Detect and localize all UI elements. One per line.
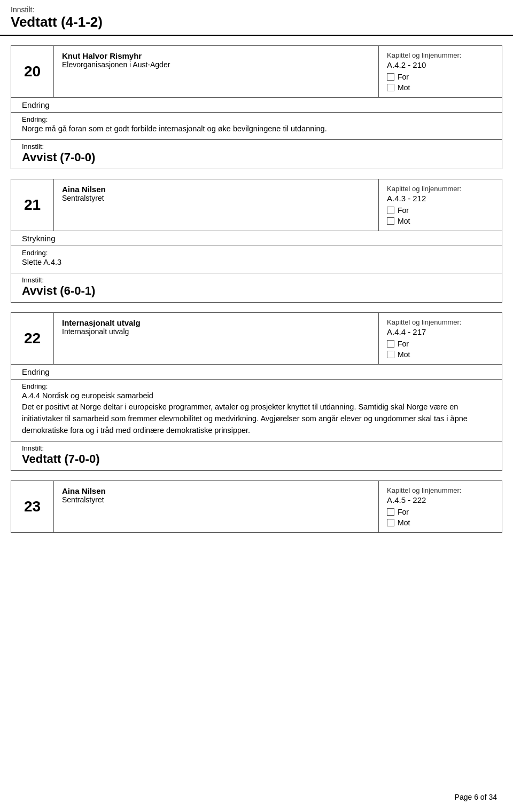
card-21-kapittel-label: Kapittel og linjenummer: xyxy=(387,185,494,193)
card-22-person: Internasjonalt utvalg Internasjonalt utv… xyxy=(54,313,379,364)
card-20-kapittel: Kapittel og linjenummer: A.4.2 - 210 For… xyxy=(379,46,502,97)
card-20-for-mot: For Mot xyxy=(387,73,494,92)
card-22-type-row: Endring xyxy=(11,365,502,380)
card-20-mot: Mot xyxy=(387,83,494,92)
card-21: 21 Aina Nilsen Sentralstyret Kapittel og… xyxy=(11,179,502,303)
card-22-type-label: Endring xyxy=(22,367,50,376)
card-23-mot-label: Mot xyxy=(398,518,410,527)
card-22-mot-label: Mot xyxy=(398,350,410,359)
card-21-for-label: For xyxy=(398,206,409,215)
card-23-number: 23 xyxy=(11,481,54,532)
card-20-innstilt-row: Innstilt: Avvist (7-0-0) xyxy=(11,140,502,169)
card-20-person-org: Elevorganisasjonen i Aust-Agder xyxy=(62,60,370,69)
card-21-for-mot: For Mot xyxy=(387,206,494,225)
page-footer: Page 6 of 34 xyxy=(455,793,497,801)
card-22-kapittel-value: A.4.4 - 217 xyxy=(387,327,494,336)
card-22-endring-row: Endring: A.4.4 Nordisk og europeisk sama… xyxy=(11,380,502,442)
card-23-mot-checkbox xyxy=(387,519,394,526)
card-21-type-row: Strykning xyxy=(11,231,502,246)
card-21-number: 21 xyxy=(11,179,54,231)
card-20-person: Knut Halvor Rismyhr Elevorganisasjonen i… xyxy=(54,46,379,97)
card-20-type-label: Endring xyxy=(22,100,50,109)
card-23-header: 23 Aina Nilsen Sentralstyret Kapittel og… xyxy=(11,481,502,532)
card-21-header: 21 Aina Nilsen Sentralstyret Kapittel og… xyxy=(11,179,502,231)
card-20-number: 20 xyxy=(11,46,54,97)
card-22-for-label: For xyxy=(398,340,409,348)
card-21-endring-text: Slette A.4.3 xyxy=(22,257,491,269)
card-21-kapittel-value: A.4.3 - 212 xyxy=(387,194,494,203)
card-20-kapittel-value: A.4.2 - 210 xyxy=(387,60,494,69)
card-23-mot: Mot xyxy=(387,518,494,527)
page: Innstilt: Vedtatt (4-1-2) 20 Knut Halvor… xyxy=(0,0,513,812)
card-22-for-checkbox xyxy=(387,340,394,348)
card-21-for-checkbox xyxy=(387,207,394,214)
card-21-type-label: Strykning xyxy=(22,234,56,243)
card-22-kapittel: Kapittel og linjenummer: A.4.4 - 217 For… xyxy=(379,313,502,364)
card-23-kapittel-label: Kapittel og linjenummer: xyxy=(387,486,494,494)
card-21-mot-checkbox xyxy=(387,217,394,225)
card-23-kapittel-value: A.4.5 - 222 xyxy=(387,495,494,504)
card-22: 22 Internasjonalt utvalg Internasjonalt … xyxy=(11,312,502,471)
card-20-header: 20 Knut Halvor Rismyhr Elevorganisasjone… xyxy=(11,46,502,98)
card-21-person: Aina Nilsen Sentralstyret xyxy=(54,179,379,231)
card-21-innstilt-row: Innstilt: Avvist (6-0-1) xyxy=(11,273,502,302)
card-23-for-label: For xyxy=(398,508,409,516)
card-22-person-name: Internasjonalt utvalg xyxy=(62,318,370,327)
card-22-kapittel-label: Kapittel og linjenummer: xyxy=(387,318,494,326)
card-21-mot: Mot xyxy=(387,217,494,225)
card-22-header: 22 Internasjonalt utvalg Internasjonalt … xyxy=(11,313,502,365)
card-23-person-org: Sentralstyret xyxy=(62,495,370,504)
card-21-innstilt-value: Avvist (6-0-1) xyxy=(22,284,491,298)
card-23: 23 Aina Nilsen Sentralstyret Kapittel og… xyxy=(11,480,502,533)
card-22-for-mot: For Mot xyxy=(387,340,494,359)
card-22-innstilt-row: Innstilt: Vedtatt (7-0-0) xyxy=(11,442,502,470)
card-21-for: For xyxy=(387,206,494,215)
card-20: 20 Knut Halvor Rismyhr Elevorganisasjone… xyxy=(11,45,502,169)
card-20-person-name: Knut Halvor Rismyhr xyxy=(62,51,370,60)
card-20-mot-label: Mot xyxy=(398,83,410,92)
card-22-endring-text: A.4.4 Nordisk og europeisk samarbeid Det… xyxy=(22,390,491,437)
card-20-for-label: For xyxy=(398,73,409,81)
card-20-type-row: Endring xyxy=(11,98,502,113)
card-22-person-org: Internasjonalt utvalg xyxy=(62,327,370,336)
card-20-for: For xyxy=(387,73,494,81)
card-23-person: Aina Nilsen Sentralstyret xyxy=(54,481,379,532)
card-20-endring-row: Endring: Norge må gå foran som et godt f… xyxy=(11,113,502,140)
card-22-mot: Mot xyxy=(387,350,494,359)
card-23-for: For xyxy=(387,508,494,516)
card-22-number: 22 xyxy=(11,313,54,364)
card-22-endring-label: Endring: xyxy=(22,382,491,390)
card-21-person-name: Aina Nilsen xyxy=(62,185,370,194)
card-23-kapittel: Kapittel og linjenummer: A.4.5 - 222 For… xyxy=(379,481,502,532)
card-20-innstilt-value: Avvist (7-0-0) xyxy=(22,151,491,164)
card-21-endring-label: Endring: xyxy=(22,249,491,257)
card-20-innstilt-label: Innstilt: xyxy=(22,143,491,151)
card-23-person-name: Aina Nilsen xyxy=(62,486,370,495)
card-22-for: For xyxy=(387,340,494,348)
card-21-innstilt-label: Innstilt: xyxy=(22,276,491,284)
card-21-mot-label: Mot xyxy=(398,217,410,225)
card-20-mot-checkbox xyxy=(387,84,394,91)
card-20-for-checkbox xyxy=(387,73,394,81)
card-23-for-checkbox xyxy=(387,508,394,516)
top-header: Innstilt: Vedtatt (4-1-2) xyxy=(0,0,513,36)
cards-wrapper: 20 Knut Halvor Rismyhr Elevorganisasjone… xyxy=(11,45,502,533)
card-20-endring-label: Endring: xyxy=(22,115,491,123)
card-22-innstilt-value: Vedtatt (7-0-0) xyxy=(22,452,491,466)
card-22-mot-checkbox xyxy=(387,351,394,358)
top-innstilt-label: Innstilt: xyxy=(11,5,502,14)
card-22-innstilt-label: Innstilt: xyxy=(22,444,491,452)
top-title: Vedtatt (4-1-2) xyxy=(11,14,502,30)
card-21-person-org: Sentralstyret xyxy=(62,194,370,202)
card-21-kapittel: Kapittel og linjenummer: A.4.3 - 212 For… xyxy=(379,179,502,231)
card-23-for-mot: For Mot xyxy=(387,508,494,527)
card-20-kapittel-label: Kapittel og linjenummer: xyxy=(387,51,494,59)
card-20-endring-text: Norge må gå foran som et godt forbilde i… xyxy=(22,123,491,135)
card-21-endring-row: Endring: Slette A.4.3 xyxy=(11,246,502,273)
